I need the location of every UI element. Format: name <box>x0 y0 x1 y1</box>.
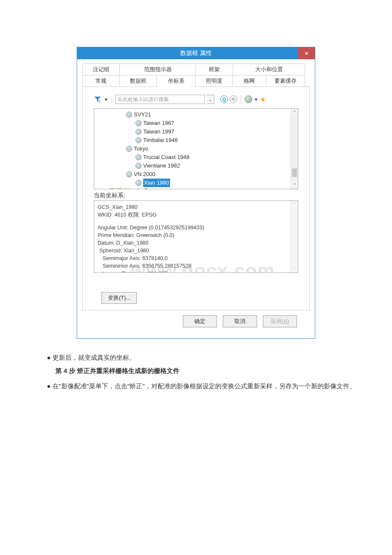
tab-coordinate-system[interactable]: 坐标系 <box>156 75 196 87</box>
globe-icon <box>126 146 132 152</box>
tab-feature-cache[interactable]: 要素缓存 <box>266 75 305 87</box>
detail-line: Spheroid: Xian_1980 <box>98 247 294 254</box>
tab-row-2: 常规 数据框 坐标系 照明度 格网 要素缓存 <box>82 75 310 87</box>
tree-item[interactable]: Taiwan 1967 <box>126 119 298 127</box>
scroll-up-icon[interactable]: ˄ <box>291 109 298 116</box>
dialog-footer: 确定 取消 应用(A) <box>82 310 310 333</box>
filter-icon[interactable] <box>94 95 101 103</box>
search-input[interactable]: 在此处输入以进行搜索 <box>115 95 205 104</box>
tab-size-position[interactable]: 大小和位置 <box>233 64 305 75</box>
tree-item[interactable]: Taiwan 1997 <box>126 127 298 136</box>
window-title: 数据框 属性 <box>77 49 315 57</box>
search-icon[interactable]: Q <box>220 95 228 103</box>
details-scrollbar[interactable]: ˄ ˅ <box>291 201 298 272</box>
dialog-content: 注记组 范围指示器 框架 大小和位置 常规 数据框 坐标系 照明度 格网 要素缓… <box>77 59 315 338</box>
tree-items: SVY21 Taiwan 1967 Taiwan 1997 Timbalai 1… <box>94 109 298 189</box>
detail-line: Angular Unit: Degree (0.0174532925199433… <box>98 224 294 231</box>
svg-rect-0 <box>98 100 100 101</box>
tab-frame[interactable]: 框架 <box>196 64 233 75</box>
close-button[interactable]: ✕ <box>298 47 315 59</box>
detail-line: Prime Meridian: Greenwich (0.0) <box>98 231 294 239</box>
separator <box>241 95 241 104</box>
expand-icon[interactable]: + <box>110 188 115 190</box>
current-crs-label: 当前坐标系: <box>94 192 298 199</box>
tree-item[interactable]: VN 2000 <box>126 170 298 179</box>
globe-icon <box>126 112 132 118</box>
titlebar: 数据框 属性 ✕ <box>77 47 315 59</box>
doc-paragraph: ● 更新后，就变成真实的坐标。 <box>34 352 358 364</box>
globe-icon <box>135 137 141 143</box>
globe-icon <box>126 171 132 177</box>
globe-icon <box>135 129 141 135</box>
tab-row-1: 注记组 范围指示器 框架 大小和位置 <box>82 64 310 75</box>
scroll-thumb[interactable] <box>292 168 297 177</box>
scroll-down-icon: ˅ <box>291 265 298 272</box>
tree-item[interactable]: SVY21 <box>126 110 298 119</box>
detail-line: GCS_Xian_1980 <box>98 203 294 211</box>
tree-item[interactable]: Timbalai 1948 <box>126 136 298 145</box>
globe-icon[interactable] <box>245 95 252 103</box>
watermark: www.docx.com <box>131 267 275 273</box>
toolbar: ▼ 在此处输入以进行搜索 ⌄ Q ⟲ ▼ ★ <box>94 95 303 104</box>
search-dropdown[interactable]: ⌄ <box>207 95 214 104</box>
tree-item[interactable]: Trucial Coast 1948 <box>126 153 298 162</box>
svg-rect-1 <box>98 101 100 101</box>
filter-dropdown-caret[interactable]: ▼ <box>104 97 108 102</box>
tree-item[interactable]: Vientiane 1982 <box>126 162 298 170</box>
coordinate-tree: SVY21 Taiwan 1967 Taiwan 1997 Timbalai 1… <box>94 108 298 189</box>
tab-illumination[interactable]: 照明度 <box>195 75 233 87</box>
svg-rect-2 <box>98 102 100 102</box>
tab-grids[interactable]: 格网 <box>232 75 266 87</box>
tree-item-folder[interactable]: + Atlantic Ocean <box>110 187 298 189</box>
transform-button[interactable]: 变换(T)... <box>101 292 137 304</box>
scroll-down-icon[interactable]: ˅ <box>291 182 298 189</box>
tab-annotation-groups[interactable]: 注记组 <box>82 64 120 75</box>
recent-icon[interactable]: ⟲ <box>230 95 237 103</box>
folder-icon <box>116 188 122 190</box>
separator <box>112 95 112 104</box>
globe-icon <box>135 120 141 126</box>
doc-paragraph: ● 在"影像配准"菜单下，点击"矫正"，对配准的影像根据设定的变换公式重新采样，… <box>34 380 366 392</box>
favorite-icon[interactable]: ★ <box>260 95 266 104</box>
crs-details: GCS_Xian_1980 WKID: 4610 权限: EPSG Angula… <box>94 200 298 273</box>
dialog-window: 数据框 属性 ✕ 注记组 范围指示器 框架 大小和位置 常规 数据框 坐标系 照… <box>77 47 315 339</box>
tab-dataframe[interactable]: 数据框 <box>119 75 157 87</box>
ok-button[interactable]: 确定 <box>183 315 217 327</box>
doc-heading: 第 4 步 矫正并重采样栅格生成新的栅格文件 <box>55 367 358 375</box>
detail-line: Datum: D_Xian_1980 <box>98 239 294 247</box>
globe-icon <box>135 163 141 169</box>
tree-item-selected[interactable]: Xian 1980 <box>126 179 298 187</box>
tab-general[interactable]: 常规 <box>82 75 120 87</box>
globe-dropdown-caret[interactable]: ▼ <box>254 97 258 102</box>
tab-body: ▼ 在此处输入以进行搜索 ⌄ Q ⟲ ▼ ★ SVY21 Taiwan 1967… <box>82 87 310 310</box>
cancel-button[interactable]: 取消 <box>223 315 257 327</box>
globe-icon <box>135 154 141 160</box>
apply-button[interactable]: 应用(A) <box>263 315 297 327</box>
tab-extent-indicators[interactable]: 范围指示器 <box>119 64 196 75</box>
scroll-up-icon: ˄ <box>291 201 298 208</box>
tree-scrollbar[interactable]: ˄ ˅ <box>291 109 298 189</box>
tree-item[interactable]: Tokyo <box>126 145 298 153</box>
globe-icon <box>135 180 141 186</box>
detail-line: WKID: 4610 权限: EPSG <box>98 211 294 219</box>
